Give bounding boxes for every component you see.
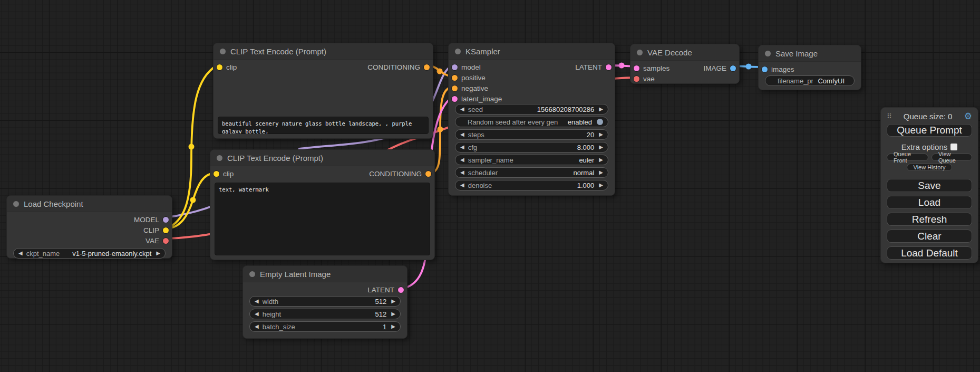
collapse-dot-icon[interactable] [455,49,461,54]
load-default-button[interactable]: Load Default [887,246,972,260]
positive-input-dot[interactable] [452,75,458,81]
node-title-bar[interactable]: VAE Decode [630,44,739,61]
link-dot [746,64,752,70]
output-slot-model: MODEL [7,214,172,225]
cfg-widget[interactable]: ◀ cfg 8.000 ▶ [455,142,608,152]
right-arrow-icon[interactable]: ▶ [391,311,395,317]
left-arrow-icon[interactable]: ◀ [460,157,464,163]
right-arrow-icon[interactable]: ▶ [599,132,603,137]
height-widget[interactable]: ◀ height 512 ▶ [249,309,401,319]
negative-input-dot[interactable] [452,85,458,91]
right-arrow-icon[interactable]: ▶ [599,145,603,150]
node-title: VAE Decode [647,48,692,57]
drag-handle-icon[interactable]: ⠿ [887,113,892,120]
vae-input-dot[interactable] [634,76,639,82]
filename-prefix-widget[interactable]: filename_prefix ComfyUI [765,75,855,86]
image-output-dot[interactable] [730,65,736,71]
left-arrow-icon[interactable]: ◀ [255,311,259,317]
samples-input-dot[interactable] [634,65,639,71]
collapse-dot-icon[interactable] [217,155,222,161]
latent-output-dot[interactable] [606,64,612,70]
extra-options-label: Extra options [901,142,948,151]
width-widget[interactable]: ◀ width 512 ▶ [249,296,401,307]
node-title: CLIP Text Encode (Prompt) [230,47,326,56]
left-arrow-icon[interactable]: ◀ [460,145,464,150]
node-title: KSampler [465,47,500,56]
input-slot-latent-image: latent_image [449,93,615,104]
scheduler-widget[interactable]: ◀ scheduler normal ▶ [455,167,608,178]
left-arrow-icon[interactable]: ◀ [460,183,464,188]
images-input-dot[interactable] [762,66,768,72]
node-title-bar[interactable]: Save Image [759,45,861,62]
steps-widget[interactable]: ◀ steps 20 ▶ [455,129,608,140]
collapse-dot-icon[interactable] [637,50,643,55]
node-title-bar[interactable]: CLIP Text Encode (Prompt) [210,150,434,166]
view-history-button[interactable]: View History [907,164,953,171]
collapse-dot-icon[interactable] [765,51,771,56]
right-arrow-icon[interactable]: ▶ [599,157,603,163]
load-button[interactable]: Load [887,196,972,209]
collapse-dot-icon[interactable] [249,271,255,277]
left-arrow-icon[interactable]: ◀ [255,324,259,329]
node-title-bar[interactable]: CLIP Text Encode (Prompt) [214,43,433,60]
latent-image-input-dot[interactable] [452,96,458,102]
vae-output-dot[interactable] [163,238,169,244]
node-title-bar[interactable]: Load Checkpoint [7,196,172,212]
view-queue-button[interactable]: View Queue [932,154,972,161]
node-title-bar[interactable]: KSampler [449,43,615,60]
left-arrow-icon[interactable]: ◀ [460,170,464,175]
extra-options-row: Extra options [887,142,972,151]
conditioning-output-dot[interactable] [425,171,431,177]
seed-widget[interactable]: ◀ seed 156680208700286 ▶ [455,104,608,115]
queue-size-label: Queue size: 0 [904,112,953,121]
queue-front-button[interactable]: Queue Front [887,154,928,161]
link-dot [438,127,443,132]
toggle-enabled-icon[interactable] [597,119,603,125]
node-title: Save Image [775,49,818,58]
right-arrow-icon[interactable]: ▶ [599,170,603,175]
left-arrow-icon[interactable]: ◀ [255,299,259,304]
save-button[interactable]: Save [887,179,972,192]
node-load-checkpoint[interactable]: Load Checkpoint MODEL CLIP VAE ◀ ckpt_na… [6,195,172,259]
node-title: Empty Latent Image [260,270,331,279]
batch-size-widget[interactable]: ◀ batch_size 1 ▶ [249,321,401,332]
model-input-dot[interactable] [452,64,458,70]
collapse-dot-icon[interactable] [13,201,19,207]
node-ksampler[interactable]: KSampler model LATENT positive negative … [448,43,615,196]
clip-output-dot[interactable] [163,227,169,233]
output-slot-clip: CLIP [7,225,172,235]
latent-output-dot[interactable] [398,287,404,293]
prompt-text-input[interactable]: beautiful scenery nature glass bottle la… [218,117,429,134]
random-seed-toggle-widget[interactable]: Random seed after every gen enabled [455,117,608,127]
right-arrow-icon[interactable]: ▶ [599,183,603,188]
node-vae-decode[interactable]: VAE Decode samples IMAGE vae [630,44,740,84]
right-arrow-icon[interactable]: ▶ [391,324,395,329]
prompt-text-input[interactable]: text, watermark [215,183,430,255]
node-save-image[interactable]: Save Image images filename_prefix ComfyU… [758,45,861,90]
queue-prompt-button[interactable]: Queue Prompt [887,124,972,137]
left-arrow-icon[interactable]: ◀ [460,107,464,112]
gear-icon[interactable]: ⚙ [964,112,972,121]
ckpt-name-widget[interactable]: ◀ ckpt_name v1-5-pruned-emaonly.ckpt ▶ [13,248,166,259]
output-slot-latent: LATENT [243,284,407,295]
sampler-name-widget[interactable]: ◀ sampler_name euler ▶ [455,155,608,165]
node-clip-text-encode-negative[interactable]: CLIP Text Encode (Prompt) clip CONDITION… [210,149,435,260]
right-arrow-icon[interactable]: ▶ [599,107,603,112]
left-arrow-icon[interactable]: ◀ [18,251,23,256]
conditioning-output-dot[interactable] [424,64,430,70]
clip-input-dot[interactable] [214,171,219,177]
denoise-widget[interactable]: ◀ denoise 1.000 ▶ [455,180,608,190]
link-dot [437,69,443,74]
right-arrow-icon[interactable]: ▶ [156,251,160,256]
model-output-dot[interactable] [163,217,169,223]
collapse-dot-icon[interactable] [220,49,226,54]
refresh-button[interactable]: Refresh [887,213,972,226]
clip-input-dot[interactable] [217,64,222,70]
extra-options-checkbox[interactable] [950,144,957,150]
node-empty-latent-image[interactable]: Empty Latent Image LATENT ◀ width 512 ▶ … [242,265,407,339]
right-arrow-icon[interactable]: ▶ [391,299,395,304]
clear-button[interactable]: Clear [887,230,972,243]
left-arrow-icon[interactable]: ◀ [460,132,464,137]
node-clip-text-encode-positive[interactable]: CLIP Text Encode (Prompt) clip CONDITION… [213,43,433,139]
node-title-bar[interactable]: Empty Latent Image [243,266,407,282]
